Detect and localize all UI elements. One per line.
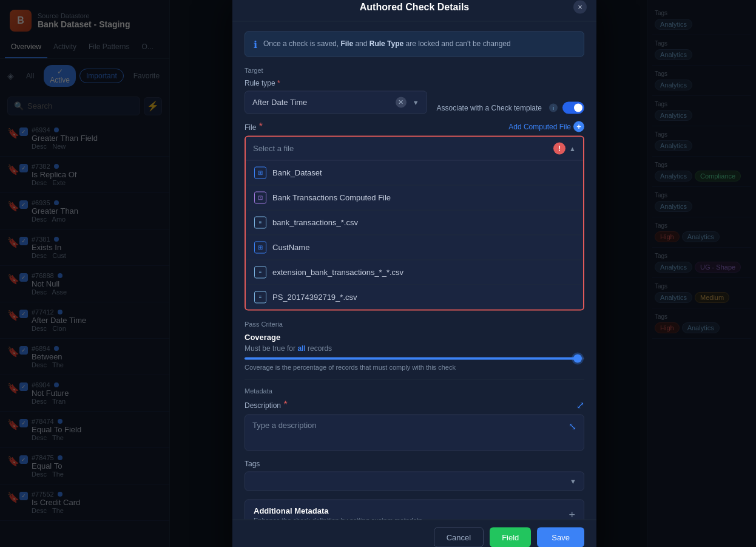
file-label: File * xyxy=(245,121,263,132)
file-option-ps-csv[interactable]: ≡ PS_20174392719_*.csv xyxy=(246,285,583,309)
additional-metadata-sub: Enhance the check definition by setting … xyxy=(254,516,422,519)
additional-metadata[interactable]: Additional Metadata Enhance the check de… xyxy=(245,499,584,519)
file-option-custname[interactable]: ⊞ CustName xyxy=(246,235,583,260)
dataset-icon: ⊞ xyxy=(254,166,266,178)
file-header-right: ! ▲ xyxy=(553,142,576,154)
file-select-header[interactable]: Select a file ! ▲ xyxy=(246,137,583,160)
additional-meta-text: Additional Metadata Enhance the check de… xyxy=(254,506,422,519)
csv-icon: ≡ xyxy=(254,266,266,278)
csv-icon: ≡ xyxy=(254,291,266,303)
associate-toggle[interactable] xyxy=(562,101,584,114)
rule-type-label: Rule type * xyxy=(245,78,427,87)
rule-type-value: After Date Time xyxy=(252,98,307,107)
modal-title: Authored Check Details xyxy=(360,1,469,12)
field-button[interactable]: Field xyxy=(490,527,531,547)
modal-footer: Cancel Field Save xyxy=(232,519,596,547)
file-select-wrapper: Select a file ! ▲ ⊞ Bank_Dataset ⊡ Bank … xyxy=(245,135,584,310)
modal-body: ℹ Once a check is saved, File and Rule T… xyxy=(232,21,596,519)
close-button[interactable]: × xyxy=(573,0,587,13)
desc-label-row: Description * ⤢ xyxy=(245,399,584,410)
coverage-slider-track xyxy=(245,357,584,359)
computed-file-icon: ⊡ xyxy=(254,191,266,203)
file-option-computed[interactable]: ⊡ Bank Transactions Computed File xyxy=(246,185,583,210)
associate-label: Associate with a Check template xyxy=(437,103,542,112)
additional-metadata-title: Additional Metadata xyxy=(254,506,422,515)
tags-label-row: Tags xyxy=(245,459,584,467)
dataset-icon: ⊞ xyxy=(254,241,266,253)
file-dropdown: ⊞ Bank_Dataset ⊡ Bank Transactions Compu… xyxy=(246,160,583,309)
chevron-down-icon: ▼ xyxy=(413,98,419,106)
description-placeholder: Type a description xyxy=(252,420,317,429)
info-tooltip-icon[interactable]: i xyxy=(549,103,558,112)
associate-toggle-wrap: Associate with a Check template i xyxy=(437,101,584,114)
rule-type-row: Rule type * After Date Time ✕ ▼ Associat… xyxy=(245,78,584,114)
file-option-bank-dataset[interactable]: ⊞ Bank_Dataset xyxy=(246,160,583,185)
file-label-row: File * Add Computed File + xyxy=(245,121,584,132)
rule-type-select[interactable]: After Date Time ✕ ▼ xyxy=(245,90,427,114)
file-required: * xyxy=(259,121,263,131)
tags-section: Tags ▼ xyxy=(245,459,584,491)
clear-button[interactable]: ✕ xyxy=(396,97,407,107)
tags-label: Tags xyxy=(245,459,260,467)
metadata-label: Metadata xyxy=(245,387,584,394)
edit-icon[interactable]: ⤡ xyxy=(569,420,576,432)
chevron-up-icon: ▲ xyxy=(569,144,576,152)
error-icon: ! xyxy=(553,142,565,154)
tags-select[interactable]: ▼ xyxy=(245,471,584,491)
desc-required: * xyxy=(283,399,287,410)
expand-icon[interactable]: ⤢ xyxy=(576,399,584,410)
add-computed-label: Add Computed File xyxy=(508,122,571,131)
slider-fill xyxy=(245,357,578,359)
description-textarea[interactable]: Type a description ⤡ xyxy=(245,414,584,450)
cancel-button[interactable]: Cancel xyxy=(434,527,484,547)
tags-chevron-down: ▼ xyxy=(570,477,576,484)
info-icon: ℹ xyxy=(254,38,257,50)
file-option-csv-1[interactable]: ≡ bank_transactions_*.csv xyxy=(246,210,583,235)
additional-meta-plus-icon[interactable]: + xyxy=(569,508,575,519)
coverage-desc: Coverage is the percentage of records th… xyxy=(245,363,584,370)
info-text: Once a check is saved, File and Rule Typ… xyxy=(263,38,511,49)
save-button[interactable]: Save xyxy=(537,527,584,547)
description-label: Description xyxy=(245,401,281,410)
modal-header: Authored Check Details × xyxy=(232,0,596,21)
section-divider xyxy=(245,379,584,379)
csv-icon: ≡ xyxy=(254,216,266,228)
target-section-label: Target xyxy=(245,66,584,73)
description-section: Description * ⤢ Type a description ⤡ xyxy=(245,399,584,450)
rule-type-group: Rule type * After Date Time ✕ ▼ xyxy=(245,78,427,114)
description-label-wrap: Description * xyxy=(245,399,288,410)
pass-criteria-label: Pass Criteria xyxy=(245,320,584,327)
coverage-sub: Must be true for all records xyxy=(245,344,584,352)
add-computed-icon: + xyxy=(573,121,584,132)
add-computed-button[interactable]: Add Computed File + xyxy=(508,121,584,132)
file-option-ext-csv[interactable]: ≡ extension_bank_transactions_*_*.csv xyxy=(246,260,583,285)
info-banner: ℹ Once a check is saved, File and Rule T… xyxy=(245,31,584,56)
coverage-title: Coverage xyxy=(245,332,584,341)
required-indicator: * xyxy=(277,78,280,87)
modal: Authored Check Details × ℹ Once a check … xyxy=(232,0,596,547)
file-placeholder: Select a file xyxy=(253,144,294,153)
slider-thumb[interactable] xyxy=(573,354,582,362)
pass-criteria-section: Coverage Must be true for all records Co… xyxy=(245,332,584,370)
